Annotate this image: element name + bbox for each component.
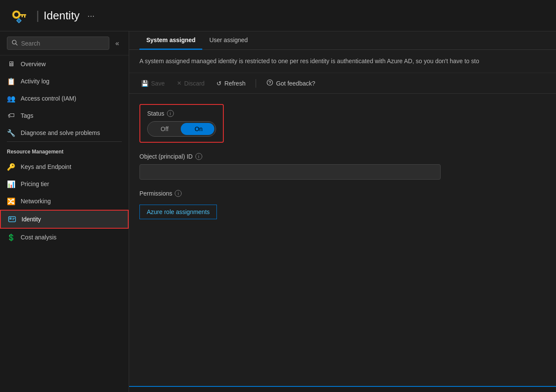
search-container: Search « [0, 31, 129, 55]
identity-icon [8, 215, 16, 224]
refresh-icon: ↺ [216, 80, 222, 87]
sidebar-item-label: Access control (IAM) [21, 95, 76, 102]
toggle-on-option[interactable]: On [182, 121, 216, 137]
object-id-info-icon[interactable]: i [195, 153, 202, 160]
more-options-button[interactable]: ··· [87, 11, 95, 21]
header-title-area: | Identity ··· [36, 9, 95, 22]
sidebar-item-label: Activity log [21, 78, 49, 85]
overview-icon: 🖥 [7, 60, 15, 68]
cost-icon: 💲 [7, 233, 15, 242]
sidebar-item-activity-log[interactable]: 📋 Activity log [0, 73, 129, 90]
permissions-info-icon[interactable]: i [175, 190, 182, 197]
object-id-label-text: Object (principal) ID [139, 153, 193, 160]
search-icon [12, 40, 18, 47]
feedback-icon [266, 79, 273, 87]
svg-rect-4 [24, 15, 25, 18]
nav-top-section: 🖥 Overview 📋 Activity log 👥 Access contr… [0, 55, 129, 141]
sidebar-item-access-control[interactable]: 👥 Access control (IAM) [0, 90, 129, 107]
sidebar: Search « 🖥 Overview 📋 Activity log 👥 Acc… [0, 31, 129, 392]
app-icon [9, 5, 29, 26]
status-toggle[interactable]: Off On [147, 121, 216, 137]
sidebar-item-keys-endpoint[interactable]: 🔑 Keys and Endpoint [0, 158, 129, 175]
status-field-group: Status i Off On [139, 104, 546, 143]
search-placeholder: Search [21, 40, 40, 47]
object-id-field-group: Object (principal) ID i [139, 153, 546, 180]
sidebar-item-cost-analysis[interactable]: 💲 Cost analysis [0, 229, 129, 246]
sidebar-item-label: Cost analysis [21, 234, 56, 241]
svg-rect-5 [22, 15, 23, 17]
sidebar-item-label: Overview [21, 61, 46, 67]
tab-system-assigned[interactable]: System assigned [139, 31, 202, 50]
discard-icon: ✕ [177, 80, 182, 86]
description-text: A system assigned managed identity is re… [129, 50, 556, 73]
feedback-button[interactable]: Got feedback? [265, 77, 317, 89]
nav-resource-section: 🔑 Keys and Endpoint 📊 Pricing tier 🔀 Net… [0, 158, 129, 246]
status-label-row: Status i [147, 110, 216, 117]
feedback-label: Got feedback? [276, 80, 315, 87]
permissions-field-group: Permissions i Azure role assignments [139, 190, 546, 219]
top-header: | Identity ··· [0, 0, 556, 31]
status-info-icon[interactable]: i [167, 110, 174, 117]
header-divider: | [36, 9, 39, 22]
refresh-label: Refresh [224, 80, 245, 87]
svg-point-14 [267, 80, 273, 86]
page-title: Identity [43, 9, 80, 22]
sidebar-item-diagnose[interactable]: 🔧 Diagnose and solve problems [0, 124, 129, 141]
permissions-label: Permissions i [139, 190, 546, 197]
networking-icon: 🔀 [7, 197, 15, 205]
svg-line-9 [16, 44, 18, 46]
sidebar-item-identity[interactable]: Identity [0, 210, 129, 229]
status-label: Status [147, 110, 164, 117]
svg-point-15 [270, 83, 270, 84]
azure-role-assignments-button[interactable]: Azure role assignments [139, 205, 217, 219]
tab-user-assigned[interactable]: User assigned [202, 31, 255, 50]
content-area: System assigned User assigned A system a… [129, 31, 556, 392]
diagnose-icon: 🔧 [7, 129, 15, 137]
svg-rect-11 [9, 217, 12, 220]
discard-button[interactable]: ✕ Discard [175, 78, 206, 89]
sidebar-item-label: Identity [22, 216, 41, 223]
sidebar-item-label: Keys and Endpoint [21, 163, 71, 170]
toolbar: 💾 Save ✕ Discard ↺ Refresh [129, 73, 556, 94]
toolbar-separator [256, 79, 256, 88]
iam-icon: 👥 [7, 94, 15, 103]
sidebar-item-label: Diagnose and solve problems [21, 129, 100, 136]
save-label: Save [151, 80, 165, 87]
permissions-label-text: Permissions [139, 190, 172, 197]
tabs-container: System assigned User assigned [129, 31, 556, 50]
bottom-bar [129, 386, 556, 392]
main-layout: Search « 🖥 Overview 📋 Activity log 👥 Acc… [0, 31, 556, 392]
pricing-icon: 📊 [7, 180, 15, 188]
refresh-button[interactable]: ↺ Refresh [215, 78, 247, 89]
object-id-input[interactable] [139, 164, 441, 180]
resource-management-header: Resource Management [0, 142, 129, 158]
tags-icon: 🏷 [7, 111, 15, 120]
svg-rect-3 [19, 14, 26, 15]
object-id-label: Object (principal) ID i [139, 153, 546, 160]
toggle-off-option[interactable]: Off [148, 121, 182, 137]
sidebar-item-tags[interactable]: 🏷 Tags [0, 107, 129, 124]
keys-icon: 🔑 [7, 162, 15, 171]
collapse-button[interactable]: « [113, 37, 122, 50]
discard-label: Discard [184, 80, 204, 87]
activity-log-icon: 📋 [7, 77, 15, 86]
search-input[interactable]: Search [7, 37, 109, 50]
sidebar-item-label: Pricing tier [21, 181, 49, 187]
save-button[interactable]: 💾 Save [139, 78, 167, 89]
sidebar-item-label: Tags [21, 112, 34, 119]
sidebar-item-networking[interactable]: 🔀 Networking [0, 193, 129, 210]
sidebar-item-pricing-tier[interactable]: 📊 Pricing tier [0, 175, 129, 193]
main-content: Status i Off On Object (principal) ID i [129, 94, 556, 386]
sidebar-item-overview[interactable]: 🖥 Overview [0, 55, 129, 73]
sidebar-item-label: Networking [21, 198, 51, 205]
save-icon: 💾 [141, 80, 148, 87]
status-box: Status i Off On [139, 104, 224, 143]
svg-point-2 [14, 12, 19, 17]
